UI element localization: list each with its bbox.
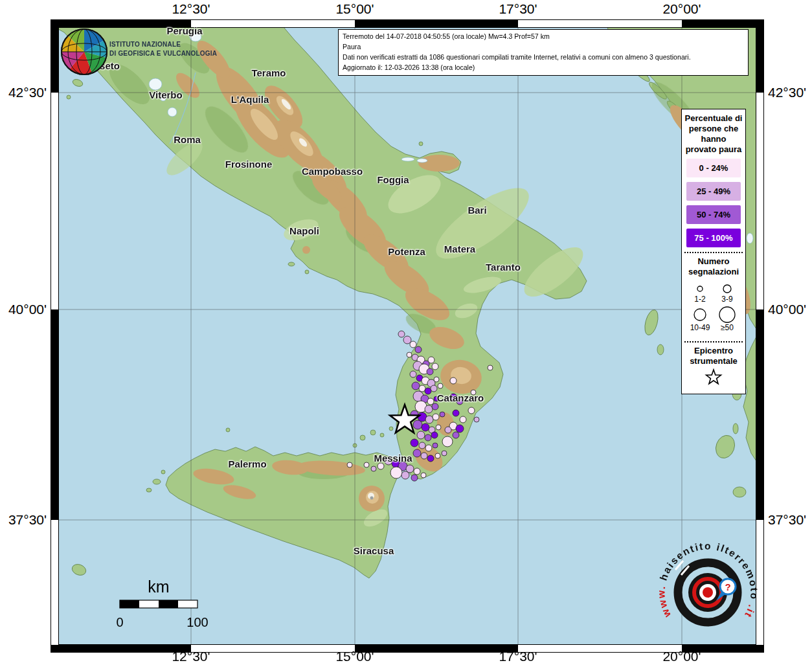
felt-report-dot xyxy=(427,398,434,405)
city-label-taranto: Taranto xyxy=(486,262,521,273)
city-label-foggia: Foggia xyxy=(377,174,409,185)
felt-report-dot xyxy=(434,377,439,382)
felt-report-dots-layer xyxy=(347,331,493,481)
felt-report-dot xyxy=(431,385,437,392)
felt-report-dot xyxy=(421,453,427,459)
event-effect: Paura xyxy=(343,42,744,52)
river-tiber xyxy=(170,73,196,144)
felt-report-dot xyxy=(436,425,441,430)
felt-report-dot xyxy=(364,462,369,467)
earthquake-felt-map-figure: ? www. haisentito ilterremoto .it Grosse… xyxy=(0,0,812,663)
felt-report-dot xyxy=(427,368,433,375)
watermark-url: www. haisentito ilterremoto .it xyxy=(655,541,760,620)
felt-report-dot xyxy=(411,439,418,447)
axis-label-bottom-3: 17°30' xyxy=(499,649,537,663)
felt-report-dot xyxy=(410,371,416,377)
felt-report-dot xyxy=(385,457,392,465)
felt-report-dot xyxy=(440,412,445,417)
felt-report-dot xyxy=(488,365,493,370)
felt-report-dot xyxy=(432,403,438,410)
haisentito-watermark-logo: ? www. haisentito ilterremoto .it xyxy=(655,541,760,636)
city-label-potenza: Potenza xyxy=(388,246,425,257)
felt-report-dot xyxy=(417,356,425,364)
felt-report-dot xyxy=(398,462,407,471)
signal-count-circle xyxy=(694,309,706,320)
axis-label-right-1: 42°30' xyxy=(768,85,806,100)
sea xyxy=(58,27,756,645)
axis-label-top-3: 17°30' xyxy=(499,1,537,17)
axis-label-bottom-2: 15°00' xyxy=(335,649,374,663)
map-area xyxy=(58,27,756,645)
bubble-question-mark: ? xyxy=(725,581,730,592)
map-legend: Percentuale di persone che hanno provato… xyxy=(681,109,746,394)
felt-report-dot xyxy=(425,405,433,413)
felt-report-dot xyxy=(453,410,459,416)
signal-count-label: 10-49 xyxy=(690,323,710,332)
felt-report-dot xyxy=(450,377,457,384)
felt-report-dot xyxy=(398,331,405,337)
scale-bar xyxy=(120,600,197,608)
terrain-plains xyxy=(162,137,591,530)
signal-count-label: 1-2 xyxy=(694,295,706,304)
felt-report-dot xyxy=(412,354,418,361)
felt-report-dot xyxy=(425,445,432,451)
felt-report-dot xyxy=(425,388,431,394)
legend-signals-title: Numero segnalazioni xyxy=(684,256,743,277)
city-label-viterbo: Viterbo xyxy=(149,89,182,100)
signal-count-circle xyxy=(723,285,731,293)
felt-report-dot xyxy=(417,431,425,439)
scalebar-start-label: 0 xyxy=(116,615,123,630)
legend-epicenter-title: Epicentro strumentale xyxy=(684,346,743,366)
scalebar-unit-label: km xyxy=(148,578,169,596)
legend-class-4: 75 - 100% xyxy=(686,229,741,247)
felt-report-dot xyxy=(427,455,434,462)
felt-report-dot xyxy=(415,346,422,353)
map-frame xyxy=(51,19,764,653)
axis-label-top-4: 20°00' xyxy=(662,1,701,17)
axis-label-bottom-4: 20°00' xyxy=(662,649,701,663)
legend-classes: 0 - 24%25 - 49%50 - 74%75 - 100% xyxy=(684,159,743,247)
felt-report-dot xyxy=(427,379,435,387)
signal-count-label: 3-9 xyxy=(721,295,733,304)
felt-report-dot xyxy=(419,364,429,374)
felt-report-dot xyxy=(449,422,457,430)
felt-report-dot xyxy=(419,385,425,392)
felt-report-dot xyxy=(460,416,466,423)
axis-label-right-2: 40°00' xyxy=(768,302,806,317)
city-label-grosseto: Grosseto xyxy=(77,60,120,71)
terrain-forest xyxy=(103,38,723,479)
city-label-teramo: Teramo xyxy=(251,67,286,78)
felt-report-dot xyxy=(347,462,352,467)
city-label-bari: Bari xyxy=(468,205,486,216)
city-label-campobasso: Campobasso xyxy=(302,166,363,177)
axis-label-left-3: 37°30' xyxy=(4,512,47,528)
city-label-frosinone: Frosinone xyxy=(225,159,273,170)
felt-report-dot xyxy=(453,432,459,438)
terrain-mountains xyxy=(172,36,754,511)
city-label-roma: Roma xyxy=(174,134,201,145)
city-label-napoli: Napoli xyxy=(289,225,319,236)
epicenter-star xyxy=(390,405,420,433)
grid-lines xyxy=(58,27,756,645)
felt-report-dot xyxy=(406,465,414,473)
epicenter-symbol-key xyxy=(684,366,743,388)
etna-crater xyxy=(370,497,374,500)
felt-report-dot xyxy=(449,394,457,401)
legend-title: Percentuale di persone che hanno provato… xyxy=(684,113,743,154)
felt-report-dot xyxy=(422,423,429,431)
axis-label-top-2: 15°00' xyxy=(335,1,374,17)
felt-report-dot xyxy=(429,427,435,433)
city-label-siracusa: Siracusa xyxy=(354,545,394,556)
watermark-www: www. xyxy=(655,584,673,620)
legend-class-1: 0 - 24% xyxy=(686,159,741,177)
signal-count-circle xyxy=(697,286,703,291)
city-label-matera: Matera xyxy=(444,243,475,254)
felt-report-dot xyxy=(442,436,453,447)
felt-report-dot xyxy=(371,466,376,471)
city-label-laquila: L'Aquila xyxy=(231,94,269,105)
felt-report-dot xyxy=(442,451,447,456)
watermark-it: .it xyxy=(742,603,758,620)
ingv-logo-text: ISTITUTO NAZIONALE DI GEOFISICA E VULCAN… xyxy=(109,40,217,58)
felt-report-dot xyxy=(425,416,433,423)
felt-report-dot xyxy=(422,377,429,385)
